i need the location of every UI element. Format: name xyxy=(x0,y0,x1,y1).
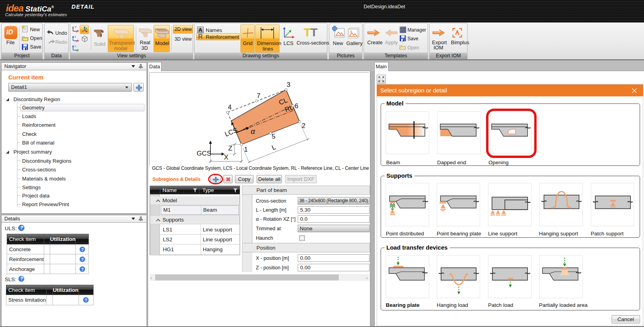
svg-text:6: 6 xyxy=(295,102,298,110)
svg-text:z: z xyxy=(75,35,76,38)
svg-text:?: ? xyxy=(85,298,87,303)
svg-text:x: x xyxy=(76,40,77,42)
svg-text:4: 4 xyxy=(228,103,231,111)
svg-text:α: α xyxy=(251,127,255,135)
svg-text:3: 3 xyxy=(287,81,290,88)
svg-text:LCS: LCS xyxy=(224,126,239,138)
svg-text:7: 7 xyxy=(257,92,260,100)
svg-text:z: z xyxy=(75,45,76,47)
svg-text:Z: Z xyxy=(228,145,232,152)
svg-text:L: L xyxy=(271,143,277,152)
svg-text:1: 1 xyxy=(244,146,248,153)
svg-text:Y: Y xyxy=(76,49,78,52)
svg-text:?: ? xyxy=(81,257,83,261)
svg-text:X: X xyxy=(224,154,228,161)
svg-text:2: 2 xyxy=(302,122,305,130)
svg-text:?: ? xyxy=(81,267,83,271)
svg-text:5: 5 xyxy=(272,133,275,140)
svg-text:?: ? xyxy=(20,276,23,281)
svg-text:GCS: GCS xyxy=(197,150,211,157)
svg-text:?: ? xyxy=(20,226,23,230)
svg-text:Y: Y xyxy=(75,26,77,28)
svg-text:?: ? xyxy=(81,247,83,252)
svg-text:x: x xyxy=(76,30,77,33)
